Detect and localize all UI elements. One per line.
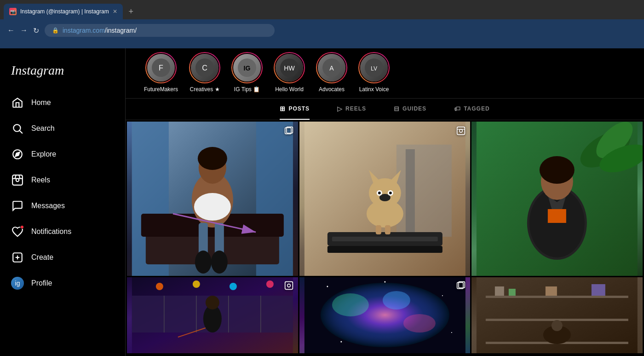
- svg-rect-99: [486, 296, 628, 298]
- sidebar-label-notifications: Notifications: [31, 228, 71, 236]
- story-inner-helloworld: HW: [275, 53, 304, 82]
- svg-rect-45: [332, 237, 437, 241]
- story-ring-helloworld: HW: [274, 52, 305, 83]
- reels-tab-icon: ▷: [337, 105, 343, 112]
- story-inner-latinxvoice: LV: [359, 53, 389, 82]
- svg-point-80: [266, 280, 274, 288]
- svg-rect-4: [12, 175, 23, 185]
- svg-rect-84: [285, 282, 293, 290]
- story-label-igtips: IG Tips 📋: [234, 86, 260, 93]
- story-item-futuremakers[interactable]: F FutureMakers: [144, 52, 178, 93]
- svg-point-69: [540, 156, 575, 184]
- url-bar[interactable]: 🔒 instagram.com/instagram/: [45, 24, 275, 37]
- tab-close-button[interactable]: ✕: [113, 8, 117, 15]
- address-bar-container: ← → ↻ 🔒 instagram.com/instagram/: [0, 19, 644, 41]
- svg-text:F: F: [159, 64, 163, 72]
- story-avatar-helloworld: HW: [276, 54, 303, 82]
- tab-reels-label: REELS: [345, 105, 366, 112]
- story-avatar-creatives: C: [191, 54, 218, 82]
- story-item-igtips[interactable]: IG IG Tips 📋: [231, 52, 263, 93]
- svg-line-8: [19, 175, 20, 179]
- svg-line-7: [15, 175, 16, 179]
- post-type-carousel-1: [284, 126, 293, 138]
- story-item-advocates[interactable]: A Advocates: [316, 52, 347, 93]
- new-tab-button[interactable]: +: [125, 5, 138, 18]
- messages-icon: [11, 199, 24, 212]
- story-item-helloworld[interactable]: HW Hello World: [274, 52, 305, 93]
- tab-guides[interactable]: ⊟ GUIDES: [394, 99, 426, 120]
- sidebar-item-explore[interactable]: Explore: [6, 142, 120, 166]
- post-item-3[interactable]: [472, 122, 643, 276]
- svg-text:IG: IG: [244, 64, 251, 72]
- tab-posts-label: POSTS: [288, 105, 310, 112]
- post-type-carousel-5: [456, 281, 466, 292]
- stories-strip: F FutureMakers C Creatives ★: [126, 48, 644, 99]
- sidebar-item-notifications[interactable]: Notifications: [6, 220, 120, 244]
- story-item-creatives[interactable]: C Creatives ★: [189, 52, 220, 93]
- svg-point-35: [195, 251, 212, 274]
- svg-rect-57: [385, 225, 390, 234]
- svg-rect-105: [592, 284, 605, 296]
- tab-posts[interactable]: ⊞ POSTS: [280, 99, 310, 120]
- svg-text:LV: LV: [371, 65, 377, 72]
- story-ring-futuremakers: F: [145, 52, 177, 83]
- post-item-2[interactable]: [299, 122, 471, 276]
- story-label-futuremakers: FutureMakers: [144, 86, 178, 93]
- svg-point-78: [193, 280, 200, 288]
- sidebar-item-messages[interactable]: Messages: [6, 194, 120, 218]
- tagged-tab-icon: 🏷: [454, 105, 461, 112]
- post-item-6[interactable]: [472, 277, 643, 353]
- post-item-5[interactable]: [299, 277, 471, 353]
- sidebar-label-search: Search: [31, 124, 55, 133]
- svg-rect-102: [495, 286, 504, 296]
- sidebar-item-reels[interactable]: Reels: [6, 168, 120, 192]
- reels-icon: [11, 174, 24, 187]
- app-layout: Instagram Home Search: [0, 48, 644, 356]
- story-ring-latinxvoice: LV: [358, 52, 390, 83]
- svg-rect-42: [396, 145, 451, 237]
- main-content: F FutureMakers C Creatives ★: [126, 48, 644, 356]
- svg-point-91: [451, 332, 452, 333]
- post-thumb-5: [299, 277, 471, 353]
- svg-point-89: [442, 295, 443, 296]
- story-avatar-latinxvoice: LV: [360, 54, 388, 82]
- story-label-creatives: Creatives ★: [190, 86, 220, 93]
- notifications-icon: [11, 225, 24, 238]
- story-item-latinxvoice[interactable]: LV Latinx Voice: [358, 52, 390, 93]
- post-thumb-3: [472, 122, 643, 276]
- forward-button[interactable]: →: [20, 26, 28, 35]
- guides-tab-icon: ⊟: [394, 105, 400, 112]
- svg-point-36: [211, 251, 228, 274]
- post-thumb-6: [472, 277, 643, 353]
- sidebar-item-search[interactable]: Search: [6, 117, 120, 140]
- content-tabs: ⊞ POSTS ▷ REELS ⊟ GUIDES 🏷 TAGGED: [126, 99, 644, 120]
- tab-reels[interactable]: ▷ REELS: [337, 99, 366, 120]
- svg-marker-3: [15, 152, 19, 156]
- post-item-4[interactable]: [127, 277, 298, 353]
- sidebar-item-profile[interactable]: ig Profile: [6, 271, 120, 295]
- post-item-1[interactable]: [127, 122, 298, 276]
- tab-guides-label: GUIDES: [402, 105, 426, 112]
- svg-rect-56: [375, 225, 381, 234]
- active-tab[interactable]: 📷 Instagram (@instagram) | Instagram ✕: [4, 4, 123, 19]
- back-button[interactable]: ←: [7, 26, 15, 35]
- posts-tab-icon: ⊞: [280, 105, 286, 112]
- refresh-button[interactable]: ↻: [33, 26, 39, 35]
- home-icon: [11, 96, 24, 109]
- sidebar: Instagram Home Search: [0, 48, 126, 356]
- svg-point-90: [340, 341, 342, 343]
- sidebar-item-home[interactable]: Home: [6, 91, 120, 115]
- search-icon: [11, 122, 24, 135]
- story-label-helloworld: Hello World: [275, 86, 304, 93]
- sidebar-item-create[interactable]: Create: [6, 245, 120, 269]
- svg-point-54: [378, 192, 380, 194]
- svg-point-107: [552, 320, 563, 331]
- post-thumb-2: [299, 122, 471, 276]
- explore-icon: [11, 148, 24, 161]
- svg-text:A: A: [329, 64, 334, 72]
- url-text: instagram.com/instagram/: [63, 27, 137, 34]
- post-type-video-4: [284, 281, 293, 292]
- tab-tagged[interactable]: 🏷 TAGGED: [454, 99, 489, 120]
- create-icon: [11, 251, 24, 264]
- story-avatar-igtips: IG: [233, 54, 261, 82]
